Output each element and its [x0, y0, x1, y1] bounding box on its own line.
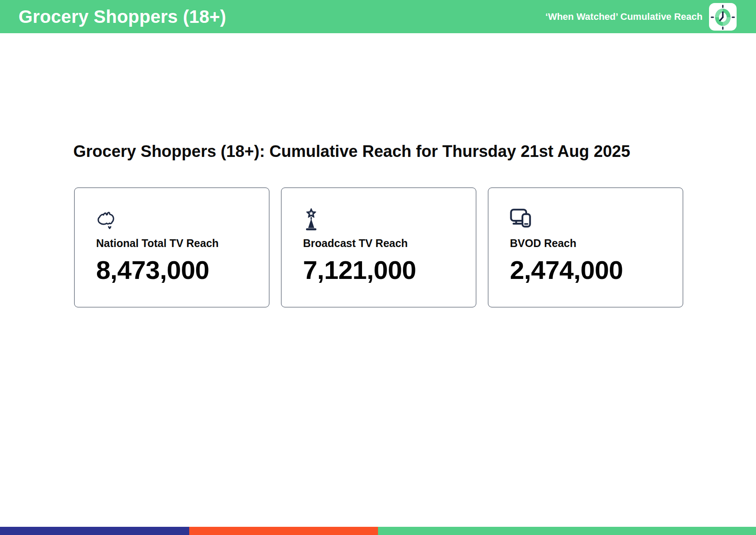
kpi-card-broadcast-tv: Broadcast TV Reach 7,121,000 — [281, 188, 476, 307]
australia-map-icon — [96, 208, 257, 231]
kpi-label: Broadcast TV Reach — [303, 237, 464, 250]
kpi-label: BVOD Reach — [510, 237, 671, 250]
kpi-value: 7,121,000 — [303, 255, 464, 285]
kpi-label: National Total TV Reach — [96, 237, 257, 250]
footer-color-bar — [0, 527, 756, 535]
footer-segment-orange — [189, 527, 378, 535]
kpi-card-bvod: BVOD Reach 2,474,000 — [488, 188, 683, 307]
page-title: Grocery Shoppers (18+): Cumulative Reach… — [73, 142, 630, 161]
kpi-value: 2,474,000 — [510, 255, 671, 285]
header-subtitle: ‘When Watched’ Cumulative Reach — [545, 11, 703, 22]
footer-segment-blue — [0, 527, 189, 535]
kpi-card-row: National Total TV Reach 8,473,000 Broadc… — [74, 188, 683, 307]
kpi-card-national-total-tv: National Total TV Reach 8,473,000 — [74, 188, 269, 307]
app-title: Grocery Shoppers (18+) — [19, 6, 226, 27]
broadcast-tower-icon — [303, 208, 464, 231]
footer-segment-green — [378, 527, 756, 535]
header-bar: Grocery Shoppers (18+) ‘When Watched’ Cu… — [0, 0, 756, 33]
page: Grocery Shoppers (18+) ‘When Watched’ Cu… — [0, 0, 756, 535]
kpi-value: 8,473,000 — [96, 255, 257, 285]
clock-logo-icon — [709, 3, 737, 31]
devices-icon — [510, 208, 671, 231]
header-right: ‘When Watched’ Cumulative Reach — [545, 3, 737, 31]
